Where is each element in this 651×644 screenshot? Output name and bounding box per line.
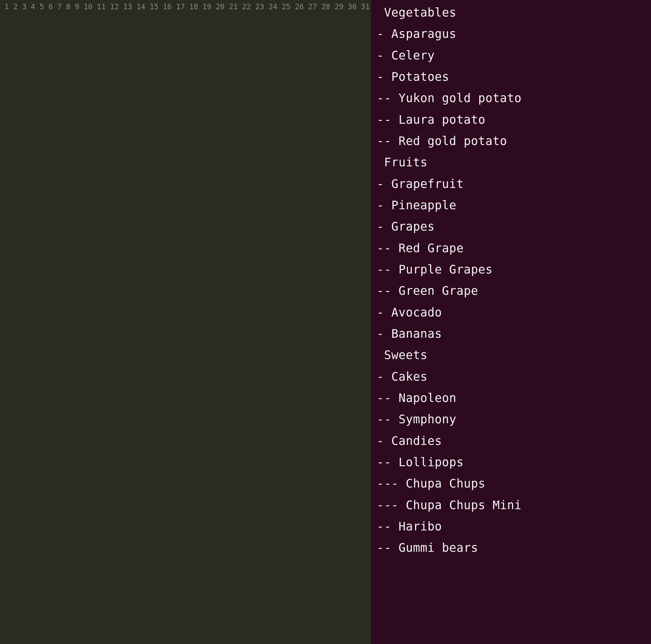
terminal-output[interactable]: Vegetables - Asparagus - Celery - Potato…: [371, 0, 651, 644]
code-editor[interactable]: 1 2 3 4 5 6 7 8 9 10 11 12 13 14 15 16 1…: [0, 0, 371, 644]
line-number-gutter: 1 2 3 4 5 6 7 8 9 10 11 12 13 14 15 16 1…: [0, 0, 371, 644]
